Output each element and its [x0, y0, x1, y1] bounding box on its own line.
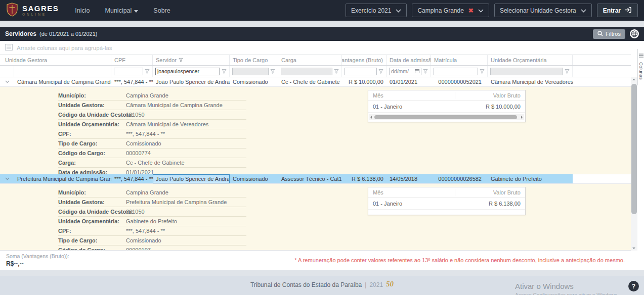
municipio-select[interactable]: Campina Grande ✖ — [412, 4, 489, 17]
detail-field-label: Carga: — [58, 160, 126, 166]
tipo-cargo-filter-input — [232, 68, 269, 75]
column-header-matricula[interactable]: Matrícula — [431, 55, 488, 65]
filter-funnel-icon[interactable] — [145, 67, 150, 76]
servidor-filter-input[interactable] — [155, 68, 220, 75]
data-admissao-filter-input[interactable]: dd/mm/ — [389, 68, 421, 75]
filter-funnel-icon[interactable] — [423, 67, 428, 76]
detail-field-label: Unidade Gestora: — [58, 102, 126, 108]
collapse-row-icon[interactable] — [0, 174, 14, 183]
soma-label: Soma (Vantagens (Bruto)): — [6, 253, 69, 259]
page-period: (de 01/2021 a 01/2021) — [39, 31, 97, 37]
clear-municipio-icon[interactable]: ✖ — [468, 7, 474, 14]
cell-data-admissao: 14/05/2018 — [387, 174, 431, 183]
detail-field-value: Gabinete do Prefeito — [126, 218, 177, 224]
matricula-filter-input[interactable] — [434, 68, 478, 75]
brand-title: SAGRES — [22, 5, 59, 12]
globe-icon[interactable] — [630, 29, 639, 38]
filter-funnel-icon[interactable] — [270, 67, 275, 76]
applied-filter-icon — [179, 57, 183, 63]
cell-vantagens: R $ 6.138,00 — [342, 174, 387, 183]
anniversary-50-logo: 50 — [386, 280, 394, 288]
filter-cell-vantagens — [342, 66, 387, 77]
vertical-scrollbar[interactable] — [631, 77, 637, 251]
nav-link-municipal[interactable]: Municipal — [105, 7, 139, 14]
unidade-orcamentaria-filter-input — [490, 68, 563, 75]
months-row[interactable]: 01 - Janeiro R $ 6.138,00 — [368, 198, 525, 210]
column-header-cpf[interactable]: CPF — [111, 55, 153, 65]
exercicio-select[interactable]: Exercício 2021 — [346, 4, 407, 17]
scroll-right-icon[interactable] — [521, 116, 523, 119]
detail-field-label: Unidade Orçamentária: — [58, 121, 126, 127]
search-icon — [597, 31, 603, 37]
column-header-filler — [573, 55, 631, 65]
detail-field-label: Código do Cargo: — [58, 150, 126, 156]
detail-field-label: Unidade Orçamentária: — [58, 218, 126, 224]
column-header-servidor[interactable]: Servidor — [153, 55, 230, 65]
months-header-valor[interactable]: Valor Bruto — [493, 189, 521, 195]
table-row[interactable]: Prefeitura Municipal de Campina Grande *… — [0, 174, 631, 184]
content-card: Servidores (de 01/2021 a 01/2021) Filtro… — [0, 27, 644, 270]
column-divider — [455, 189, 455, 196]
summary-bar: Soma (Vantagens (Bruto)): R$--,-- * A re… — [0, 251, 644, 270]
nav-link-sobre[interactable]: Sobre — [153, 7, 170, 14]
filter-cell-unidade-gestora — [14, 66, 111, 77]
column-header-unidade-orcamentaria[interactable]: Unidade Orçamentária — [488, 55, 573, 65]
page-footer: Tribunal de Contas do Estado da Paraíba … — [0, 276, 644, 295]
months-header-valor[interactable]: Valor Bruto — [493, 92, 521, 99]
detail-field-label: CPF: — [58, 131, 126, 137]
filter-funnel-icon[interactable] — [334, 67, 339, 76]
column-header-tipo-de-cargo[interactable]: Tipo de Cargo — [230, 55, 278, 65]
caret-down-icon — [134, 7, 138, 14]
cell-unidade-gestora: Câmara Municipal de Campina Grande — [14, 77, 111, 86]
horizontal-scrollbar[interactable] — [369, 114, 524, 120]
exercicio-select-value: Exercício 2021 — [351, 7, 391, 14]
entrar-button[interactable]: Entrar — [597, 4, 638, 17]
unidade-gestora-select[interactable]: Selecionar Unidade Gestora — [494, 4, 592, 17]
detail-field-value: 00000107 — [126, 247, 151, 251]
brand[interactable]: SAGRES ONLINE — [6, 3, 59, 19]
filter-funnel-icon[interactable] — [222, 67, 227, 76]
nav-link-inicio[interactable]: Inicio — [75, 7, 90, 14]
cpf-filter-input[interactable] — [114, 68, 143, 75]
months-table: Mês Valor Bruto 01 - Janeiro R $ 10.000,… — [368, 90, 526, 122]
vantagens-filter-input[interactable] — [345, 68, 377, 75]
collapse-row-icon[interactable] — [0, 77, 14, 86]
cell-servidor-focused[interactable]: João Paulo Spencer de Andrade Freire — [153, 174, 230, 183]
column-header-carga[interactable]: Carga — [278, 55, 342, 65]
filter-cell-unidade-orcamentaria — [488, 66, 573, 77]
filter-funnel-icon[interactable] — [565, 67, 570, 76]
months-cell-mes: 01 - Janeiro — [373, 104, 402, 110]
detail-field-value: Comissionado — [126, 140, 161, 146]
scroll-left-icon[interactable] — [370, 116, 372, 119]
cell-filler — [573, 77, 631, 86]
colunas-panel-tab[interactable]: Colunas — [637, 49, 644, 85]
calendar-icon[interactable] — [415, 68, 419, 74]
column-header-vantagens[interactable]: Vantagens (Bruto) — [342, 55, 387, 65]
column-divider — [455, 92, 455, 99]
cell-cpf: ***, 547,844 - ** — [111, 77, 153, 86]
detail-field-value: Comissionado — [126, 237, 161, 243]
cell-matricula: 00000000052021 — [431, 77, 488, 86]
filtros-button[interactable]: Filtros — [593, 29, 625, 39]
group-hint: Arraste colunas aqui para agrupá-las — [17, 45, 112, 51]
cell-data-admissao: 01/01/2021 — [387, 77, 431, 86]
group-panel[interactable]: Arraste colunas aqui para agrupá-las — [0, 41, 631, 55]
help-button[interactable]: ? — [628, 281, 639, 291]
scroll-down-icon[interactable] — [632, 248, 635, 249]
detail-panel: Município:Campina Grande Unidade Gestora… — [0, 184, 631, 251]
navbar: SAGRES ONLINE Inicio Municipal Sobre Exe… — [0, 0, 644, 21]
scrollbar-thumb[interactable] — [374, 115, 517, 119]
scrollbar-thumb[interactable] — [631, 84, 637, 214]
months-row[interactable]: 01 - Janeiro R $ 10.000,00 — [368, 101, 525, 113]
column-header-unidade-gestora[interactable]: Unidade Gestora — [0, 55, 111, 65]
detail-field-value: 201050 — [126, 209, 145, 215]
filter-funnel-icon[interactable] — [480, 67, 485, 76]
column-header-data-admissao[interactable]: Data de admissão — [387, 55, 431, 65]
filter-funnel-icon[interactable] — [378, 67, 383, 76]
months-header-mes[interactable]: Mês — [373, 92, 383, 99]
municipio-select-value: Campina Grande — [417, 7, 463, 14]
filter-cell-servidor — [153, 66, 230, 77]
scroll-up-icon[interactable] — [632, 79, 635, 80]
months-header-mes[interactable]: Mês — [373, 189, 383, 195]
table-row[interactable]: Câmara Municipal de Campina Grande ***, … — [0, 77, 631, 87]
